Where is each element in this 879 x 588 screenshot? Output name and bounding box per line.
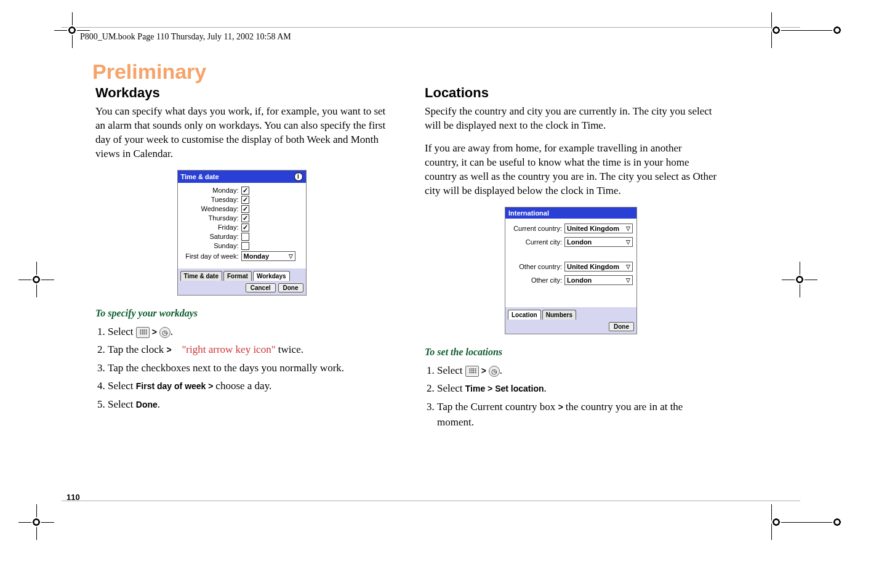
day-label: Sunday: <box>183 242 241 249</box>
locations-heading: Locations <box>425 85 717 101</box>
workdays-heading: Workdays <box>95 85 388 101</box>
apps-icon <box>465 366 479 377</box>
time-date-panel: Time & date i Monday:✓Tuesday:✓Wednesday… <box>177 170 307 296</box>
right-column: Locations Specify the country and city y… <box>425 85 717 433</box>
page-number: 110 <box>66 493 80 502</box>
other-country-label: Other country: <box>509 263 564 270</box>
chevron-down-icon: ▽ <box>626 239 630 245</box>
step-2: Tap the clock > "right arrow key icon" t… <box>108 342 388 358</box>
day-label: Tuesday: <box>183 196 241 203</box>
international-panel: International Current country: United Ki… <box>505 207 637 334</box>
clock-icon <box>159 327 171 338</box>
crop-mark <box>18 262 54 297</box>
first-day-select[interactable]: Monday ▽ <box>241 251 295 261</box>
day-row: Monday:✓ <box>183 187 301 195</box>
chevron-down-icon: ▽ <box>626 225 630 232</box>
panel-titlebar: International <box>505 207 636 219</box>
info-icon[interactable]: i <box>294 172 303 181</box>
day-row: Saturday: <box>183 233 301 241</box>
other-city-select[interactable]: London ▽ <box>564 275 633 285</box>
crop-mark <box>771 504 842 540</box>
day-row: Tuesday:✓ <box>183 196 301 204</box>
crop-mark <box>18 504 54 540</box>
day-label: Wednesday: <box>183 205 241 212</box>
set-locations-subheading: To set the locations <box>425 347 717 358</box>
crop-mark <box>782 262 817 297</box>
left-column: Workdays You can specify what days you w… <box>95 85 388 433</box>
workdays-paragraph: You can specify what days you work, if, … <box>95 105 388 161</box>
day-checkbox[interactable]: ✓ <box>241 205 249 213</box>
crop-mark <box>54 12 90 48</box>
crop-mark <box>771 12 842 48</box>
day-checkbox[interactable] <box>241 242 249 250</box>
other-city-label: Other city: <box>509 276 564 284</box>
first-day-value: Monday <box>244 252 270 260</box>
day-row: Thursday:✓ <box>183 214 301 222</box>
other-country-select[interactable]: United Kingdom ▽ <box>564 262 633 272</box>
day-row: Wednesday:✓ <box>183 205 301 213</box>
step-3: Tap the checkboxes next to the days you … <box>108 360 388 376</box>
step-4: Select First day of week > choose a day. <box>108 378 388 394</box>
panel-title: International <box>508 209 549 217</box>
tab-workdays[interactable]: Workdays <box>253 271 290 281</box>
current-country-label: Current country: <box>509 225 564 232</box>
day-row: Friday:✓ <box>183 224 301 232</box>
current-city-select[interactable]: London ▽ <box>564 237 633 247</box>
day-row: Sunday: <box>183 242 301 250</box>
day-label: Thursday: <box>183 214 241 222</box>
step-5: Select Done. <box>108 397 388 413</box>
step-1: Select > . <box>108 324 388 340</box>
apps-icon <box>136 327 150 338</box>
day-checkbox[interactable]: ✓ <box>241 187 249 195</box>
locations-para2: If you are away from home, for example t… <box>425 142 717 198</box>
tab-numbers[interactable]: Numbers <box>542 310 576 320</box>
locations-para1: Specify the country and city you are cur… <box>425 105 717 133</box>
specify-workdays-subheading: To specify your workdays <box>95 308 388 319</box>
clock-icon <box>489 366 500 377</box>
chevron-down-icon: ▽ <box>289 253 293 259</box>
first-day-label: First day of week: <box>183 252 241 260</box>
panel-titlebar: Time & date i <box>178 171 306 183</box>
step-1: Select > . <box>437 363 717 379</box>
step-2: Select Time > Set location. <box>437 381 717 397</box>
done-button[interactable]: Done <box>609 322 634 331</box>
preliminary-watermark: Preliminary <box>92 60 206 84</box>
current-country-select[interactable]: United Kingdom ▽ <box>564 224 633 233</box>
red-annotation: "right arrow key icon" <box>182 344 275 355</box>
current-city-label: Current city: <box>509 238 564 246</box>
day-label: Saturday: <box>183 233 241 240</box>
chevron-down-icon: ▽ <box>626 264 630 270</box>
page-header: P800_UM.book Page 110 Thursday, July 11,… <box>80 32 291 42</box>
tab-time-date[interactable]: Time & date <box>180 271 223 281</box>
tab-format[interactable]: Format <box>223 271 252 281</box>
day-checkbox[interactable] <box>241 233 249 241</box>
chevron-down-icon: ▽ <box>626 277 630 283</box>
panel-title: Time & date <box>181 173 219 180</box>
day-label: Friday: <box>183 224 241 231</box>
cancel-button[interactable]: Cancel <box>246 283 276 292</box>
day-label: Monday: <box>183 187 241 194</box>
step-3: Tap the Current country box > the countr… <box>437 399 717 430</box>
day-checkbox[interactable]: ✓ <box>241 224 249 232</box>
done-button[interactable]: Done <box>278 283 303 292</box>
day-checkbox[interactable]: ✓ <box>241 196 249 204</box>
day-checkbox[interactable]: ✓ <box>241 214 249 222</box>
tab-location[interactable]: Location <box>508 310 541 320</box>
